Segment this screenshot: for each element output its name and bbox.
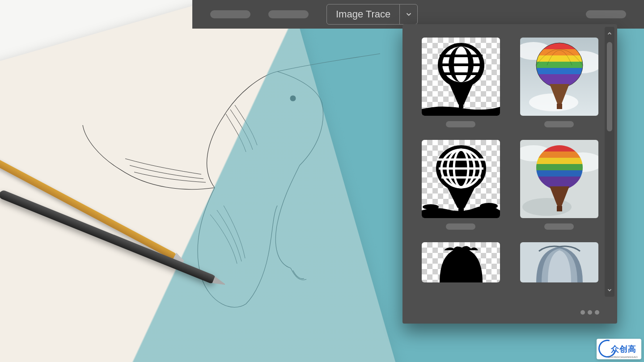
svg-rect-8 [444,72,478,75]
svg-rect-14 [520,68,598,74]
preset-item[interactable] [516,140,602,230]
preset-thumb-bw [422,140,500,218]
panel-menu-icon[interactable] [588,310,592,315]
panel-scrollbar[interactable] [605,27,614,297]
toolbar-placeholder [586,10,626,18]
image-trace-dropdown[interactable]: Image Trace [326,4,418,25]
scroll-up-icon[interactable] [605,27,614,40]
scrollbar-thumb[interactable] [607,42,612,131]
image-trace-presets-panel [402,24,617,324]
preset-item[interactable] [418,242,504,282]
preset-item[interactable] [418,38,504,127]
preset-thumb-color [520,242,598,282]
svg-rect-12 [520,55,598,62]
svg-rect-10 [520,43,598,49]
svg-rect-38 [557,206,562,211]
svg-rect-2 [459,104,463,108]
preset-grid [418,38,602,282]
preset-label [446,121,475,127]
svg-point-30 [522,198,572,216]
hummingbird-sketch [67,36,389,322]
preset-item[interactable] [516,38,602,127]
svg-rect-7 [441,63,481,66]
preset-label [544,121,574,127]
preset-item[interactable] [516,242,602,282]
watermark-logo: 众创高 ZHONGCHUANGGAO [597,339,641,359]
toolbar-placeholder [210,10,250,18]
preset-thumb-color [520,38,598,116]
preset-thumb-bw [422,242,500,282]
panel-menu-icon[interactable] [580,310,585,315]
preset-label [544,223,574,230]
svg-rect-17 [557,104,562,109]
scroll-down-icon[interactable] [605,283,614,297]
panel-menu-icon[interactable] [595,310,599,315]
svg-rect-13 [520,62,598,68]
svg-point-0 [290,96,296,101]
svg-point-27 [480,203,498,209]
toolbar-placeholder [268,10,309,18]
preset-label [446,223,475,230]
panel-footer [402,301,617,324]
chevron-down-icon[interactable] [399,4,417,24]
watermark-pinyin: ZHONGCHUANGGAO [609,356,638,358]
svg-rect-6 [440,55,483,57]
svg-point-26 [423,204,439,210]
dropdown-label: Image Trace [327,8,399,20]
preset-thumb-color [520,140,598,218]
preset-item[interactable] [418,140,504,230]
preset-thumb-bw [422,38,500,116]
